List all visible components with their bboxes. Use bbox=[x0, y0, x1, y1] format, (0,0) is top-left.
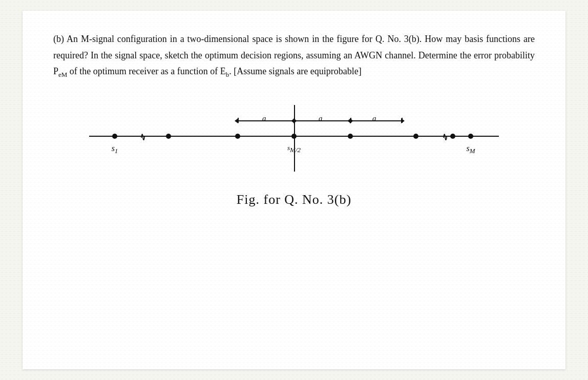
question-text: (b) An M-signal configuration in a two-d… bbox=[53, 31, 535, 80]
dot-s3 bbox=[235, 134, 240, 139]
zigzag-right: ∿ bbox=[443, 131, 447, 144]
label-s1: s1 bbox=[112, 144, 118, 155]
bracket-label-a3: a bbox=[372, 114, 376, 123]
label-sM2: sM/2 bbox=[287, 144, 301, 154]
bracket-label-a2: a bbox=[319, 114, 323, 123]
dot-s1 bbox=[112, 134, 117, 139]
signal-diagram: a a a ∿ ∿ s1 sM/2 bbox=[84, 95, 504, 177]
part-label: (b) bbox=[53, 34, 64, 44]
bracket-tick-left3 bbox=[350, 118, 351, 123]
bracket-tick-left1 bbox=[238, 118, 239, 123]
dot-s2 bbox=[166, 134, 171, 139]
dot-sM2 bbox=[291, 134, 297, 139]
sub-eM: eM bbox=[58, 71, 67, 78]
label-sM: sM bbox=[466, 144, 475, 155]
figure-caption: Fig. for Q. No. 3(b) bbox=[237, 192, 351, 207]
bracket-tick-right3 bbox=[402, 118, 403, 123]
bracket-tick-left2 bbox=[294, 118, 295, 123]
figure-area: a a a ∿ ∿ s1 sM/2 bbox=[53, 95, 535, 207]
page: (b) An M-signal configuration in a two-d… bbox=[23, 11, 565, 369]
mid-text: of the optimum receiver as a function of… bbox=[67, 66, 225, 76]
dot-s5 bbox=[413, 134, 418, 139]
end-text: . [Assume signals are equiprobable] bbox=[229, 66, 361, 76]
dot-s4 bbox=[348, 134, 353, 139]
dot-s6 bbox=[450, 134, 455, 139]
zigzag-left: ∿ bbox=[140, 131, 145, 144]
bracket-label-a1: a bbox=[262, 114, 266, 123]
dot-sM bbox=[468, 134, 473, 139]
